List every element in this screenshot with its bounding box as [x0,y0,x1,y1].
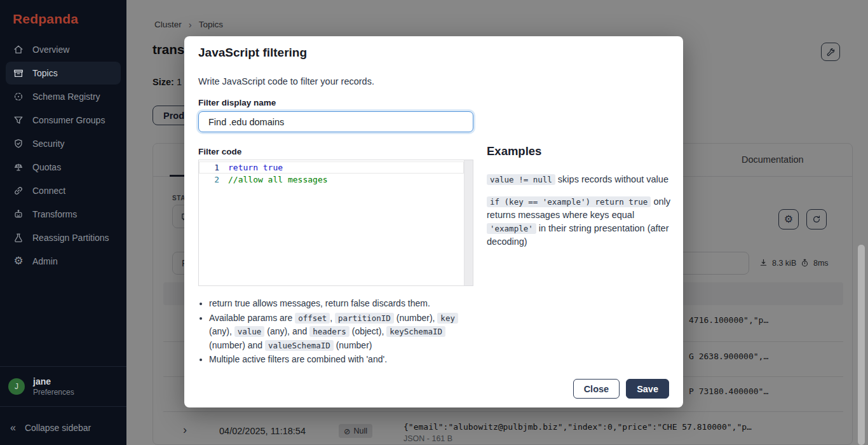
close-button[interactable]: Close [573,379,620,399]
note-item: return true allows messages, return fals… [209,297,460,311]
scale-icon [13,161,24,173]
modal-title: JavaScript filtering [198,46,307,60]
code-line: 1 return true [199,161,464,174]
sidebar-item-security[interactable]: Security [6,132,121,155]
sidebar-item-label: Schema Registry [32,92,100,102]
sidebar-item-label: Transforms [32,209,77,219]
topics-box-icon [13,67,24,79]
save-button[interactable]: Save [626,379,669,399]
note-item: Available params are offset, partitionID… [209,312,460,353]
robot-icon [13,209,24,220]
line-number: 2 [199,174,228,186]
schema-registry-icon [13,91,24,102]
avatar: J [8,378,25,395]
sidebar-item-label: Consumer Groups [32,115,105,125]
sidebar-item-overview[interactable]: Overview [6,38,121,61]
link-icon [13,185,24,196]
sidebar-item-connect[interactable]: Connect [6,179,121,202]
sidebar-item-quotas[interactable]: Quotas [6,156,121,179]
sidebar-item-reassign-partitions[interactable]: Reassign Partitions [6,226,121,249]
filter-name-input[interactable] [198,111,473,132]
code-text: return true [228,161,283,174]
sidebar-item-schema-registry[interactable]: Schema Registry [6,85,121,108]
sidebar-item-admin[interactable]: ⚙ Admin [6,250,121,273]
collapse-sidebar-label: Collapse sidebar [25,423,91,433]
modal-description: Write JavaScript code to filter your rec… [198,76,374,86]
sidebar-item-consumer-groups[interactable]: Consumer Groups [6,109,121,132]
sidebar-item-label: Reassign Partitions [32,233,109,243]
example-1: value != null skips records without valu… [487,173,672,186]
sidebar-item-label: Quotas [32,162,61,172]
shield-icon [13,138,24,149]
code-editor-lines: 1 return true 2 //allow all messages [199,160,473,186]
preferences-link[interactable]: Preferences [33,388,74,397]
code-text: //allow all messages [228,174,328,186]
sidebar-nav: Overview Topics Schema Registry Consumer… [0,37,126,273]
examples-heading: Examples [487,144,541,158]
code-line: 2 //allow all messages [199,174,464,186]
javascript-filtering-modal: JavaScript filtering Write JavaScript co… [184,36,683,407]
sidebar-item-label: Overview [32,44,69,55]
editor-scrollbar[interactable] [464,160,473,285]
note-item: Multiple active filters are combined wit… [209,353,460,367]
modal-footer: Close Save [573,379,669,399]
filter-name-label: Filter display name [198,98,276,107]
app-root: Redpanda Overview Topics Schema Registry… [0,0,868,445]
user-name: jane [33,376,74,387]
code-editor[interactable]: 1 return true 2 //allow all messages [198,160,473,286]
collapse-sidebar-button[interactable]: « Collapse sidebar [0,419,126,437]
example-2: if (key == 'example') return true only r… [487,195,672,249]
sidebar-item-label: Topics [32,68,58,78]
home-icon [13,44,24,55]
sidebar-item-label: Security [32,139,65,149]
flask-icon [13,232,24,243]
funnel-icon [13,114,24,126]
filter-code-label: Filter code [198,147,241,156]
sidebar-item-label: Admin [32,256,58,266]
gear-icon: ⚙ [13,256,24,267]
page-scrollbar[interactable] [858,245,865,445]
redpanda-logo[interactable]: Redpanda [0,0,126,37]
user-profile[interactable]: J jane Preferences [0,366,126,407]
filter-notes: return true allows messages, return fals… [198,297,460,367]
double-chevron-left-icon: « [10,422,16,434]
line-number: 1 [199,161,228,174]
sidebar-item-topics[interactable]: Topics [6,62,121,85]
sidebar-item-label: Connect [32,186,65,196]
sidebar-item-transforms[interactable]: Transforms [6,203,121,226]
sidebar: Redpanda Overview Topics Schema Registry… [0,0,126,445]
